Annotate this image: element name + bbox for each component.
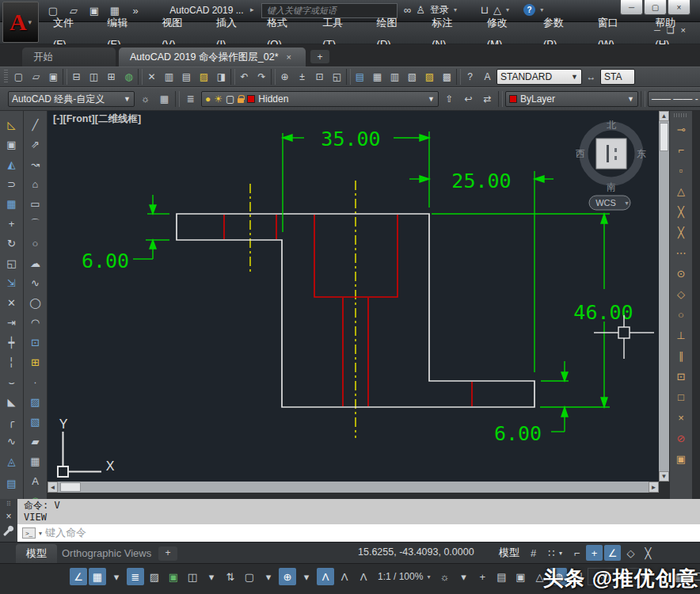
point-icon[interactable]: ∙ <box>26 372 45 392</box>
doc-restore-icon[interactable]: ❏ <box>667 25 675 36</box>
gear-drop-icon[interactable]: ▾ <box>455 568 472 585</box>
command-grip[interactable]: ⠿ <box>6 501 11 508</box>
layer-thaw-sun-icon[interactable]: ☀ <box>214 93 223 105</box>
tool-palettes-icon[interactable]: ▥ <box>386 69 403 85</box>
viewcube-north[interactable]: 北 <box>607 120 616 131</box>
viewcube-east[interactable]: 东 <box>637 148 646 159</box>
markup-icon[interactable]: ▨ <box>421 69 438 85</box>
layer-on-bulb-icon[interactable]: ● <box>205 93 211 105</box>
separator[interactable] <box>346 69 351 85</box>
threed-osnap-drop-icon[interactable]: ▾ <box>203 568 220 585</box>
snap-nearest-icon[interactable]: × <box>671 407 690 428</box>
text-style-select[interactable]: STANDARD▼ <box>496 69 582 85</box>
region-icon[interactable]: ▰ <box>26 432 45 451</box>
isodraft-icon[interactable]: ◇ <box>622 545 639 561</box>
rotate-icon[interactable]: ↻ <box>2 234 21 253</box>
snap-tangent-icon[interactable]: ○ <box>671 304 690 325</box>
arc-icon[interactable]: ⌒ <box>26 214 45 234</box>
zoom-realtime-icon[interactable]: ± <box>294 69 310 85</box>
plot-preview-icon[interactable]: ◫ <box>86 69 102 85</box>
new-icon[interactable]: ▢ <box>10 69 27 85</box>
snap-center-icon[interactable]: ⊙ <box>671 263 690 284</box>
horizontal-scrollbar[interactable]: ◄ ► <box>48 482 659 493</box>
block-editor-icon[interactable]: ◨ <box>213 69 230 85</box>
drawing-canvas[interactable]: [-][Front][二维线框] <box>48 111 659 482</box>
line-icon[interactable]: ╱ <box>26 115 45 135</box>
lock-ui-icon[interactable]: ▣ <box>512 568 529 585</box>
ortho-mode-icon[interactable]: + <box>586 545 603 561</box>
chevron-down-icon[interactable]: ▾ <box>39 530 42 537</box>
vertical-scroll-thumb[interactable] <box>660 123 668 151</box>
spline-icon[interactable]: ∿ <box>26 273 45 293</box>
tab-start[interactable]: 开始 <box>22 48 116 67</box>
tab-active-drawing[interactable]: AutoCAD 2019 命令操作图层_02* × <box>119 48 306 67</box>
extend-icon[interactable]: ⇥ <box>2 313 21 333</box>
publish-web-icon[interactable]: ◍ <box>120 69 137 85</box>
break-at-point-icon[interactable]: ┿ <box>2 333 21 352</box>
designcenter-icon[interactable]: ▦ <box>369 69 386 85</box>
layer-vp-freeze-icon[interactable]: ▢ <box>226 93 234 105</box>
toolbar-grip[interactable] <box>674 113 688 117</box>
model-space-button[interactable]: 模型 <box>496 546 523 560</box>
annotation-visibility-icon[interactable]: Λ <box>317 568 334 585</box>
toolbar-grip[interactable] <box>4 70 8 84</box>
temp-track-point-icon[interactable]: ⊸ <box>671 119 690 139</box>
coordinates-readout[interactable]: 15.6255, -43.4093, 0.0000 <box>358 546 493 558</box>
snap-apparent-intersection-icon[interactable]: ╳ <box>671 222 690 242</box>
ellipse-arc-icon[interactable]: ◠ <box>26 313 45 333</box>
chevron-down-icon[interactable]: ▾ <box>557 545 565 561</box>
wcs-button[interactable]: WCS ▼ <box>589 196 630 210</box>
command-customize-wrench-icon[interactable] <box>3 525 14 536</box>
new-tab-button[interactable]: + <box>310 50 329 63</box>
break-icon[interactable]: ╎ <box>2 352 21 372</box>
blend-curves-icon[interactable]: ∿ <box>2 432 21 451</box>
layer-properties-icon[interactable]: ≣ <box>182 91 199 107</box>
grid-display-icon[interactable]: # <box>525 545 542 561</box>
chamfer-icon[interactable]: ◣ <box>2 392 21 412</box>
scroll-up-icon[interactable]: ▲ <box>659 111 669 121</box>
layer-select[interactable]: ● ☀ ▢ Hidden ▼ <box>201 91 439 107</box>
snap-extension-icon[interactable]: ⋯ <box>671 242 690 263</box>
stretch-icon[interactable]: ⇲ <box>2 273 21 293</box>
annotation-autoscale-icon[interactable]: Λ <box>336 568 353 585</box>
snap-midpoint-icon[interactable]: △ <box>671 181 690 201</box>
paste-icon[interactable]: ▤ <box>178 69 195 85</box>
snap-node-icon[interactable]: □ <box>671 386 690 407</box>
viewcube-west[interactable]: 西 <box>576 148 585 159</box>
snap-intersection-icon[interactable]: ╳ <box>671 201 690 222</box>
snap-from-icon[interactable]: ⌐ <box>671 139 690 160</box>
match-properties-icon[interactable]: ▨ <box>196 69 212 85</box>
cut-icon[interactable]: ✕ <box>143 69 160 85</box>
circle-icon[interactable]: ○ <box>26 234 45 253</box>
redo-icon[interactable]: ↷ <box>253 69 270 85</box>
snap-perpendicular-icon[interactable]: ⊥ <box>671 325 690 345</box>
annotation-person-icon[interactable]: Λ <box>355 568 372 585</box>
plot-icon[interactable]: ⊟ <box>68 69 85 85</box>
selection-filter-drop-icon[interactable]: ▾ <box>260 568 277 585</box>
annotation-scale-button[interactable]: 1:1 / 100%▾ <box>374 568 434 585</box>
fillet-icon[interactable]: ╭ <box>2 412 21 432</box>
transparency-icon[interactable]: ▨ <box>146 568 163 585</box>
dim-style-icon[interactable]: ↔ <box>583 69 599 85</box>
scale-icon[interactable]: ◱ <box>2 253 21 273</box>
app-logo-button[interactable]: A ▾ <box>2 2 39 43</box>
object-snap-tracking-icon[interactable]: ╳ <box>640 545 656 561</box>
polyline-icon[interactable]: ↝ <box>26 154 45 174</box>
copy-icon[interactable]: ▣ <box>2 135 21 154</box>
batch-plot-icon[interactable]: ⊞ <box>103 69 120 85</box>
snap-mode-icon[interactable]: ▦ <box>89 568 106 585</box>
crosshair-icon[interactable]: + <box>474 568 491 585</box>
workspace-save-icon[interactable]: ▦ <box>156 91 173 107</box>
join-icon[interactable]: ⌣ <box>2 372 21 392</box>
layer-states-icon[interactable]: ⇄ <box>479 91 496 107</box>
ellipse-icon[interactable]: ◯ <box>26 293 45 313</box>
pan-icon[interactable]: ⊕ <box>276 69 293 85</box>
make-block-icon[interactable]: ⊞ <box>26 352 45 372</box>
construction-line-icon[interactable]: ⇗ <box>26 135 45 154</box>
scroll-left-icon[interactable]: ◄ <box>48 482 58 493</box>
color-select[interactable]: ByLayer ▼ <box>505 91 638 107</box>
workspace-select[interactable]: AutoCAD 经典-自定义▼ <box>8 91 135 107</box>
help-icon[interactable]: ? <box>462 69 478 85</box>
snap-parallel-icon[interactable]: ∥ <box>671 345 690 366</box>
vertical-scrollbar[interactable]: ▲ ▼ <box>659 111 669 482</box>
